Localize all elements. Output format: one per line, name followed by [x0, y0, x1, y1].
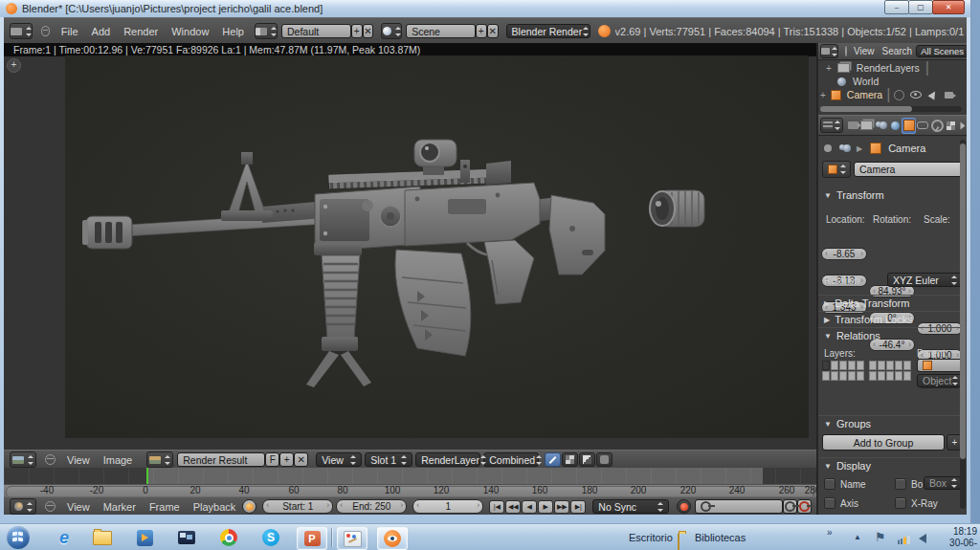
libraries-toolbar-label[interactable]: Bibliotecas	[695, 532, 746, 543]
menu-help[interactable]: Help	[215, 26, 251, 37]
tab-render[interactable]	[846, 118, 860, 134]
panel-transform-locks[interactable]: ▶ Transform Locks	[818, 311, 967, 327]
display-xray-option[interactable]: X-Ray	[895, 497, 938, 509]
info-editor-icon[interactable]	[10, 23, 33, 39]
menu-marker[interactable]: Marker	[97, 501, 143, 513]
taskbar-media-player[interactable]	[130, 527, 159, 548]
jump-to-end-icon[interactable]: ▶|	[570, 500, 586, 514]
checkbox[interactable]	[824, 478, 835, 490]
menu-file[interactable]: File	[55, 26, 85, 37]
menu-playback[interactable]: Playback	[187, 501, 243, 513]
render-pass-select[interactable]: Combined	[483, 452, 539, 467]
keying-set-field[interactable]	[695, 499, 783, 514]
start-frame-field[interactable]: Start: 1	[262, 499, 333, 514]
timeline-ruler[interactable]: -40 -20 0 20 40 60 80 100 120 140 160 18…	[4, 484, 816, 497]
taskbar-chrome[interactable]	[214, 527, 243, 548]
alpha-channel-toggle-icon[interactable]	[562, 452, 578, 467]
taskbar-explorer[interactable]	[88, 527, 117, 548]
outliner-hscrollbar[interactable]	[820, 106, 962, 112]
outliner-item-label[interactable]: RenderLayers	[857, 62, 920, 74]
expand-icon[interactable]: +	[820, 90, 826, 100]
tab-object[interactable]	[902, 118, 916, 134]
preview-range-icon[interactable]	[242, 499, 256, 514]
image-paint-toggle-icon[interactable]	[545, 452, 561, 467]
open-panel-plus-icon[interactable]: +	[7, 58, 21, 73]
collapse-menus-icon[interactable]	[45, 501, 56, 512]
outliner-row-world[interactable]: World	[818, 75, 967, 88]
toolbar-overflow-icon[interactable]: »	[827, 527, 833, 538]
panel-groups[interactable]: ▼ Groups	[818, 415, 967, 431]
checkbox[interactable]	[895, 478, 906, 490]
collapse-menus-icon[interactable]	[845, 46, 847, 56]
menu-view[interactable]: View	[60, 454, 97, 466]
play-icon[interactable]: ▶	[538, 500, 553, 514]
tab-constraints[interactable]	[916, 118, 930, 134]
display-axis-option[interactable]: Axis	[824, 497, 858, 509]
unlink-image-button[interactable]: ✕	[294, 452, 308, 467]
checkbox[interactable]	[895, 497, 906, 509]
parent-field[interactable]	[917, 359, 963, 372]
more-tabs-icon[interactable]	[960, 121, 965, 129]
view-mode-select[interactable]: View	[316, 452, 362, 467]
display-name-option[interactable]: Name	[824, 478, 866, 490]
tab-texture[interactable]	[944, 118, 958, 134]
rotation-mode-select[interactable]: XYZ Euler	[887, 273, 963, 287]
tray-clock[interactable]: 18:19 30-06-2014	[933, 526, 977, 550]
add-to-group-button[interactable]: Add to Group	[822, 434, 945, 451]
scene-field[interactable]: Scene	[406, 24, 476, 38]
pin-icon[interactable]	[824, 144, 832, 152]
menu-frame[interactable]: Frame	[143, 501, 187, 513]
render-engine-select[interactable]: Blender Render	[506, 24, 590, 38]
maximize-button[interactable]: ▢	[908, 0, 933, 14]
object-name-field[interactable]: Camera	[854, 162, 963, 177]
taskbar-powerpoint[interactable]: P	[297, 527, 327, 550]
taskbar-paint[interactable]	[337, 527, 368, 550]
menu-add[interactable]: Add	[85, 26, 118, 37]
current-frame-playhead[interactable]	[146, 468, 148, 484]
fake-user-button[interactable]: F	[265, 452, 279, 467]
tab-world[interactable]	[888, 118, 902, 134]
close-layout-button[interactable]: ✕	[363, 24, 374, 38]
tab-render-layers[interactable]	[860, 118, 875, 134]
outliner-row-camera[interactable]: + Camera |	[818, 88, 967, 101]
jump-to-start-icon[interactable]: |◀	[489, 500, 504, 514]
restrict-camera-icon[interactable]	[945, 92, 953, 99]
desktop-toolbar-label[interactable]: Escritorio	[629, 532, 673, 543]
display-bounds-option[interactable]: Bo	[895, 478, 923, 490]
add-scene-button[interactable]: +	[476, 24, 487, 38]
collapse-menus-icon[interactable]	[45, 454, 56, 465]
bounds-type-select[interactable]: Box	[924, 476, 963, 490]
menu-view[interactable]: View	[60, 501, 97, 513]
properties-vscrollbar[interactable]	[960, 140, 966, 509]
menu-image[interactable]: Image	[97, 454, 140, 466]
outliner-row-renderlayers[interactable]: + RenderLayers |	[818, 61, 967, 75]
scene-icon[interactable]	[381, 23, 402, 39]
restrict-view-icon[interactable]	[910, 91, 922, 99]
outliner-editor-icon[interactable]	[820, 44, 838, 58]
parent-type-select[interactable]: Object	[917, 374, 963, 387]
collapse-menus-icon[interactable]	[41, 26, 50, 36]
checkbox[interactable]	[824, 497, 835, 509]
layers-grid-right[interactable]	[869, 361, 911, 381]
minimize-button[interactable]: –	[884, 0, 909, 14]
image-browse-icon[interactable]	[146, 451, 173, 468]
panel-delta-transform[interactable]: ▶ Delta Transform	[818, 295, 967, 311]
tab-scene[interactable]	[874, 118, 888, 134]
menu-render[interactable]: Render	[117, 26, 165, 37]
panel-relations[interactable]: ▼ Relations	[818, 327, 967, 343]
restrict-render-icon[interactable]	[894, 90, 904, 100]
taskbar-skype[interactable]: S	[256, 527, 285, 548]
panel-display[interactable]: ▼ Display	[818, 457, 967, 473]
outliner-filter-select[interactable]: All Scenes	[916, 45, 967, 57]
screen-layout-field[interactable]: Default	[281, 24, 351, 38]
zbuffer-toggle-icon[interactable]	[596, 452, 612, 467]
screen-layout-icon[interactable]	[255, 23, 278, 39]
start-button[interactable]	[5, 526, 31, 549]
image-name-field[interactable]: Render Result	[177, 452, 265, 467]
play-reverse-icon[interactable]: ◀	[522, 500, 537, 514]
object-browse-icon[interactable]	[822, 161, 851, 178]
prev-keyframe-icon[interactable]: ◀◀	[505, 500, 521, 514]
menu-window[interactable]: Window	[165, 26, 215, 37]
taskbar-photo-viewer[interactable]	[172, 527, 201, 548]
outliner-item-label[interactable]: Camera	[847, 89, 882, 100]
